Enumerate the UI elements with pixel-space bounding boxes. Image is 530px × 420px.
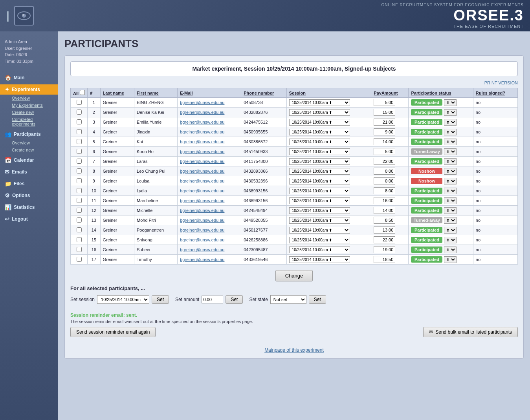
row-email[interactable]: bgreiner@unsw.edu.au [178,186,241,196]
last-name-sort[interactable]: Last name [103,91,124,95]
mainpage-link[interactable]: Mainpage of this experiment [264,347,324,353]
status-sort[interactable]: Participation status [411,91,451,95]
row-checkbox[interactable] [77,247,82,252]
sidebar-item-experiments[interactable]: ✦ Experiments [0,84,58,95]
row-session-select[interactable]: 10/25/2014 10:00am ⬆ [289,158,350,165]
row-checkbox[interactable] [77,208,82,213]
row-status-select[interactable]: ⬆ [444,109,457,116]
row-email[interactable]: bgreiner@unsw.edu.au [178,147,241,157]
row-checkbox[interactable] [77,257,82,262]
row-pay-input[interactable] [374,128,395,135]
row-session-select[interactable]: 10/25/2014 10:00am ⬆ [289,109,350,116]
row-pay-input[interactable] [374,256,395,263]
row-email[interactable]: bgreiner@unsw.edu.au [178,108,241,117]
row-session-select[interactable]: 10/25/2014 10:00am ⬆ [289,227,350,234]
row-pay-input[interactable] [374,197,395,204]
set-session-select[interactable]: 10/25/2014 10:00am [97,295,149,304]
sidebar-item-calendar[interactable]: 📅 Calendar [0,155,58,165]
row-session-select[interactable]: 10/25/2014 10:00am ⬆ [289,188,350,194]
row-session-select[interactable]: 10/25/2014 10:00am ⬆ [289,217,350,224]
bulk-email-button[interactable]: ✉ Send bulk email to listed participants [423,327,518,337]
row-pay-input[interactable] [374,158,395,165]
sidebar-item-participants-create[interactable]: Create new [0,146,58,153]
row-checkbox[interactable] [77,159,82,164]
sidebar-item-emails[interactable]: ✉ Emails [0,167,58,177]
row-pay-input[interactable] [374,138,395,145]
first-name-sort[interactable]: First name [137,91,159,95]
row-status-select[interactable]: ⬆ [444,237,457,243]
row-email[interactable]: bgreiner@unsw.edu.au [178,225,241,235]
send-reminder-button[interactable]: Send session reminder email again [70,327,156,337]
phone-sort[interactable]: Phone number [244,91,274,95]
row-session-select[interactable]: 10/25/2014 10:00am ⬆ [289,168,350,175]
sidebar-item-participants-overview[interactable]: Overview [0,139,58,146]
row-checkbox[interactable] [77,168,82,173]
row-status-select[interactable]: ⬆ [444,247,457,253]
row-status-select[interactable]: ⬆ [444,139,457,145]
set-state-button[interactable]: Set [309,295,326,304]
email-sort[interactable]: E-Mail [180,91,193,95]
row-status-select[interactable]: ⬆ [444,178,457,184]
row-email[interactable]: bgreiner@unsw.edu.au [178,117,241,127]
row-pay-input[interactable] [374,217,395,224]
row-pay-input[interactable] [374,109,395,116]
set-amount-button[interactable]: Set [226,295,243,304]
row-email[interactable]: bgreiner@unsw.edu.au [178,206,241,215]
row-status-select[interactable]: ⬆ [444,188,457,194]
set-state-select[interactable]: Not set Not set Participated Noshow Turn… [270,295,306,304]
row-status-select[interactable]: ⬆ [444,99,457,106]
row-checkbox[interactable] [77,100,82,105]
row-email[interactable]: bgreiner@unsw.edu.au [178,176,241,186]
row-session-select[interactable]: 10/25/2014 10:00am ⬆ [289,256,350,263]
row-email[interactable]: bgreiner@unsw.edu.au [178,98,241,108]
rules-sort[interactable]: Rules signed? [476,91,505,95]
row-session-select[interactable]: 10/25/2014 10:00am ⬆ [289,148,350,155]
print-version-link[interactable]: PRINT VERSION [484,80,518,85]
sidebar-item-create-new[interactable]: Create new [0,109,58,116]
row-email[interactable]: bgreiner@unsw.edu.au [178,166,241,176]
row-status-select[interactable]: ⬆ [444,197,457,204]
row-checkbox[interactable] [77,217,82,223]
select-all-checkbox[interactable] [80,90,85,95]
row-checkbox[interactable] [77,198,82,203]
row-checkbox[interactable] [77,188,82,193]
row-email[interactable]: bgreiner@unsw.edu.au [178,215,241,225]
row-pay-input[interactable] [374,207,395,214]
sidebar-item-logout[interactable]: ↩ Logout [0,214,58,224]
row-status-select[interactable]: ⬆ [444,256,457,263]
pay-sort[interactable]: PayAmount [374,91,398,95]
row-status-select[interactable]: ⬆ [444,227,457,234]
sidebar-item-statistics[interactable]: 📊 Statistics [0,202,58,212]
row-session-select[interactable]: 10/25/2014 10:00am ⬆ [289,119,350,126]
row-status-select[interactable]: ⬆ [444,158,457,165]
set-session-button[interactable]: Set [152,295,169,304]
row-email[interactable]: bgreiner@unsw.edu.au [178,255,241,265]
row-pay-input[interactable] [374,148,395,155]
row-email[interactable]: bgreiner@unsw.edu.au [178,157,241,166]
row-pay-input[interactable] [374,177,395,184]
row-pay-input[interactable] [374,99,395,106]
row-checkbox[interactable] [77,119,82,124]
row-session-select[interactable]: 10/25/2014 10:00am ⬆ [289,178,350,184]
row-email[interactable]: bgreiner@unsw.edu.au [178,235,241,245]
row-email[interactable]: bgreiner@unsw.edu.au [178,127,241,137]
row-checkbox[interactable] [77,139,82,144]
row-status-select[interactable]: ⬆ [444,119,457,126]
set-amount-input[interactable] [202,296,223,303]
row-session-select[interactable]: 10/25/2014 10:00am ⬆ [289,237,350,243]
row-checkbox[interactable] [77,129,82,134]
row-session-select[interactable]: 10/25/2014 10:00am ⬆ [289,99,350,106]
sidebar-item-overview[interactable]: Overview [0,95,58,102]
row-checkbox[interactable] [77,237,82,242]
row-status-select[interactable]: ⬆ [444,168,457,175]
row-session-select[interactable]: 10/25/2014 10:00am ⬆ [289,197,350,204]
row-email[interactable]: bgreiner@unsw.edu.au [178,137,241,147]
row-checkbox[interactable] [77,178,82,183]
row-checkbox[interactable] [77,227,82,232]
sidebar-item-participants[interactable]: 👥 Participants [0,129,58,139]
row-checkbox[interactable] [77,149,82,154]
sidebar-item-files[interactable]: 📁 Files [0,179,58,189]
sidebar-item-options[interactable]: ⚙ Options [0,190,58,201]
row-pay-input[interactable] [374,168,395,175]
sidebar-item-completed-experiments[interactable]: Completed experiments [0,116,58,128]
